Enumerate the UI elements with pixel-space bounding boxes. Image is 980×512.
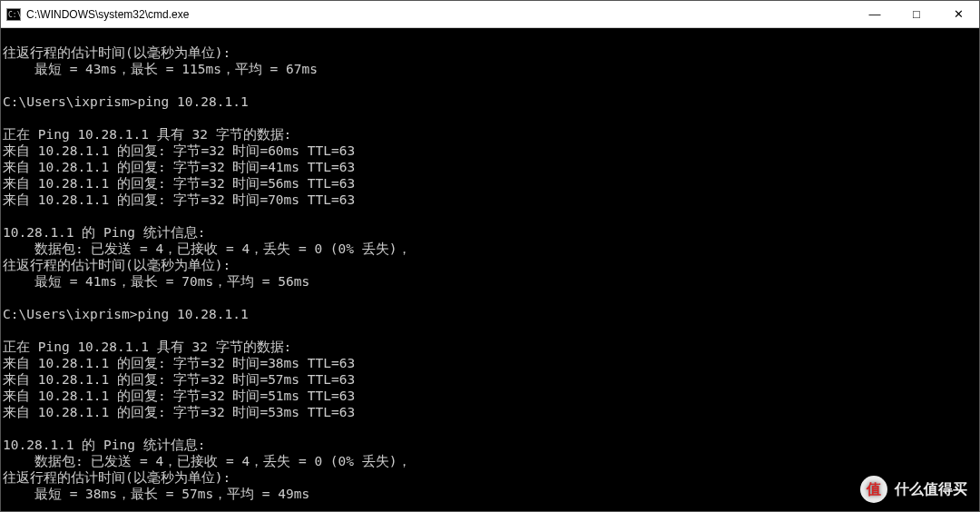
rtt-line: 最短 = 38ms，最长 = 57ms，平均 = 49ms bbox=[3, 487, 309, 501]
ping-reply: 来自 10.28.1.1 的回复: 字节=32 时间=53ms TTL=63 bbox=[3, 405, 355, 419]
command-text: ping 10.28.1.1 bbox=[137, 94, 248, 109]
window-controls: — □ ✕ bbox=[854, 1, 979, 27]
maximize-button[interactable]: □ bbox=[896, 1, 937, 27]
watermark-text: 什么值得买 bbox=[895, 480, 967, 499]
terminal-output[interactable]: 往返行程的估计时间(以毫秒为单位): 最短 = 43ms，最长 = 115ms，… bbox=[1, 28, 979, 511]
watermark: 值 什么值得买 bbox=[860, 476, 967, 503]
rtt-header: 往返行程的估计时间(以毫秒为单位): bbox=[3, 258, 230, 272]
prompt: C:\Users\ixprism> bbox=[3, 94, 137, 109]
packets-line: 数据包: 已发送 = 4，已接收 = 4，丢失 = 0 (0% 丢失)， bbox=[3, 241, 411, 256]
stats-header: 10.28.1.1 的 Ping 统计信息: bbox=[3, 225, 205, 240]
rtt-header: 往返行程的估计时间(以毫秒为单位): bbox=[3, 45, 230, 60]
ping-reply: 来自 10.28.1.1 的回复: 字节=32 时间=60ms TTL=63 bbox=[3, 143, 355, 158]
packets-line: 数据包: 已发送 = 4，已接收 = 4，丢失 = 0 (0% 丢失)， bbox=[3, 454, 411, 468]
ping-reply: 来自 10.28.1.1 的回复: 字节=32 时间=51ms TTL=63 bbox=[3, 389, 355, 403]
ping-reply: 来自 10.28.1.1 的回复: 字节=32 时间=70ms TTL=63 bbox=[3, 192, 355, 207]
stats-header: 10.28.1.1 的 Ping 统计信息: bbox=[3, 438, 205, 452]
ping-reply: 来自 10.28.1.1 的回复: 字节=32 时间=57ms TTL=63 bbox=[3, 372, 355, 387]
ping-reply: 来自 10.28.1.1 的回复: 字节=32 时间=56ms TTL=63 bbox=[3, 176, 355, 191]
window-title: C:\WINDOWS\system32\cmd.exe bbox=[26, 8, 854, 21]
ping-reply: 来自 10.28.1.1 的回复: 字节=32 时间=38ms TTL=63 bbox=[3, 356, 355, 370]
minimize-button[interactable]: — bbox=[854, 1, 896, 27]
ping-header: 正在 Ping 10.28.1.1 具有 32 字节的数据: bbox=[3, 127, 291, 142]
prompt: C:\Users\ixprism> bbox=[3, 307, 137, 321]
rtt-line: 最短 = 43ms，最长 = 115ms，平均 = 67ms bbox=[3, 62, 318, 76]
command-text: ping 10.28.1.1 bbox=[137, 307, 248, 321]
close-button[interactable]: ✕ bbox=[937, 1, 979, 27]
ping-reply: 来自 10.28.1.1 的回复: 字节=32 时间=41ms TTL=63 bbox=[3, 160, 355, 174]
watermark-badge-icon: 值 bbox=[860, 476, 887, 503]
rtt-line: 最短 = 41ms，最长 = 70ms，平均 = 56ms bbox=[3, 274, 309, 289]
ping-header: 正在 Ping 10.28.1.1 具有 32 字节的数据: bbox=[3, 340, 291, 354]
cmd-icon: C:\ bbox=[6, 8, 21, 21]
cmd-window: C:\ C:\WINDOWS\system32\cmd.exe — □ ✕ 往返… bbox=[0, 0, 980, 512]
rtt-header: 往返行程的估计时间(以毫秒为单位): bbox=[3, 470, 230, 485]
titlebar[interactable]: C:\ C:\WINDOWS\system32\cmd.exe — □ ✕ bbox=[1, 1, 979, 28]
